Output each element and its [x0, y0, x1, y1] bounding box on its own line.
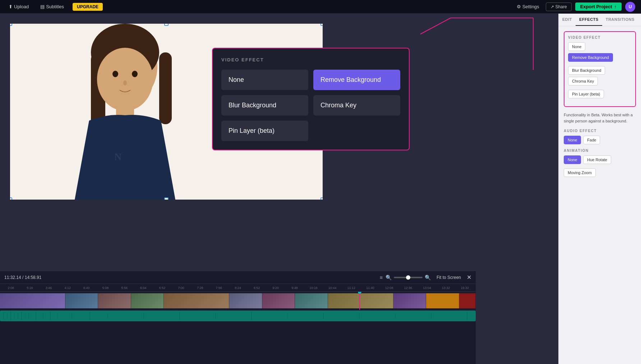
effect-remove-bg-button[interactable]: Remove Background [313, 70, 400, 90]
ve-blur-bg-button[interactable]: Blur Background [568, 66, 605, 75]
ruler-mark: 10:44 [323, 286, 342, 290]
playhead[interactable] [359, 292, 360, 310]
right-panel: EDIT EFFECTS TRANSITIONS TIMING VIDEO EF… [558, 14, 641, 364]
zoom-out-icon[interactable]: 🔍 [386, 275, 392, 280]
thumb-seg [98, 293, 131, 308]
ae-fade-button[interactable]: Fade [583, 136, 600, 144]
tab-transitions[interactable]: TRANSITIONS [602, 14, 638, 26]
close-timeline-button[interactable]: ✕ [467, 274, 471, 281]
share-button[interactable]: ↗ Share [546, 3, 572, 11]
main-area: N VIDEO EFFECT None Remove Background Bl… [0, 14, 641, 364]
handle-top-right[interactable] [320, 24, 323, 26]
video-effect-section: VIDEO EFFECT None Remove Background Blur… [564, 31, 636, 107]
panel-description: Functionality in Beta. Works best with a… [564, 112, 636, 124]
handle-bottom-mid[interactable] [164, 197, 169, 200]
anim-moving-zoom-button[interactable]: Moving Zoom [564, 168, 596, 177]
export-icon: ↑ [614, 4, 617, 9]
timeline-timestamp: 11:32.14 / 14:58.91 [4, 275, 41, 280]
effect-pin-layer-button[interactable]: Pin Layer (beta) [221, 121, 308, 141]
upload-button[interactable]: ⬆ Upload [6, 3, 32, 11]
timeline-ruler: 2:08 5:16 3:46 4:12 6:40 5:08 5:56 6:04 … [0, 284, 476, 292]
thumb-seg [131, 293, 164, 308]
tab-edit[interactable]: EDIT [559, 14, 576, 26]
ruler-mark: 12:08 [380, 286, 399, 290]
ae-none-button[interactable]: None [564, 136, 581, 144]
fit-screen-button[interactable]: Fit to Screen [434, 274, 464, 281]
zoom-thumb [406, 275, 410, 280]
svg-point-5 [97, 48, 153, 111]
svg-point-7 [132, 71, 138, 77]
thumb-seg [65, 293, 98, 308]
popup-title: VIDEO EFFECT [221, 57, 400, 62]
svg-rect-11 [0, 311, 476, 321]
ruler-mark: 13:32 [437, 286, 456, 290]
settings-button[interactable]: ⚙ Settings [514, 3, 542, 11]
timeline-area: 11:32.14 / 14:58.91 ≡ 🔍 🔍 Fit to Screen … [0, 271, 476, 364]
ruler-mark: 8:24 [229, 286, 248, 290]
video-effect-popup: VIDEO EFFECT None Remove Background Blur… [212, 48, 410, 150]
thumb-seg [164, 293, 229, 308]
subtitles-button[interactable]: ▤ Subtitles [37, 3, 67, 11]
ve-pin-layer-button[interactable]: Pin Layer (beta) [568, 90, 604, 98]
tab-timing[interactable]: TIMING [638, 14, 641, 26]
top-bar-right: ⚙ Settings ↗ Share Export Project ↑ U [514, 2, 635, 12]
anim-hue-rotate-button[interactable]: Hue Rotate [583, 155, 611, 164]
top-bar-left: ⬆ Upload ▤ Subtitles UPGRADE [6, 3, 103, 11]
svg-point-6 [112, 71, 118, 77]
panel-tabs: EDIT EFFECTS TRANSITIONS TIMING [559, 14, 641, 26]
ruler-mark: 5:08 [96, 286, 115, 290]
effect-blur-bg-button[interactable]: Blur Background [221, 95, 308, 116]
ruler-mark: 9:20 [266, 286, 285, 290]
ruler-mark: 9:48 [285, 286, 304, 290]
ruler-mark: 12:36 [398, 286, 418, 290]
effect-none-button[interactable]: None [221, 70, 308, 90]
handle-bottom-left[interactable] [10, 197, 12, 200]
svg-text:N: N [114, 151, 121, 162]
video-effect-buttons-row3: Pin Layer (beta) [568, 90, 632, 98]
animation-buttons-row2: Moving Zoom [564, 168, 636, 177]
svg-point-8 [123, 80, 127, 85]
ruler-mark: 4:12 [58, 286, 77, 290]
audio-track [0, 311, 476, 321]
ruler-marks: 2:08 5:16 3:46 4:12 6:40 5:08 5:56 6:04 … [1, 286, 474, 290]
gear-icon: ⚙ [517, 4, 521, 9]
ve-remove-bg-button[interactable]: Remove Background [568, 53, 613, 62]
zoom-in-icon[interactable]: 🔍 [425, 275, 431, 280]
ruler-mark: 7:00 [172, 286, 191, 290]
effect-grid: None Remove Background Blur Background C… [221, 70, 400, 141]
stacked-lines-icon: ≡ [380, 275, 383, 280]
timeline-controls: ≡ 🔍 🔍 Fit to Screen ✕ [380, 274, 471, 281]
export-button[interactable]: Export Project ↑ [575, 3, 622, 11]
effect-chroma-key-button[interactable]: Chroma Key [313, 95, 400, 116]
share-icon: ↗ [550, 4, 554, 9]
zoom-slider[interactable] [394, 277, 423, 278]
upload-icon: ⬆ [9, 4, 13, 9]
ruler-mark: 6:04 [134, 286, 153, 290]
subtitles-icon: ▤ [40, 4, 45, 9]
ruler-mark: 7:56 [209, 286, 229, 290]
ruler-mark: 5:56 [115, 286, 134, 290]
thumb-seg [393, 293, 426, 308]
timeline-header: 11:32.14 / 14:58.91 ≡ 🔍 🔍 Fit to Screen … [0, 271, 476, 284]
upgrade-button[interactable]: UPGRADE [73, 3, 103, 11]
ruler-mark: 5:16 [20, 286, 40, 290]
ruler-mark: 11:40 [361, 286, 380, 290]
video-effect-title: VIDEO EFFECT [568, 36, 632, 39]
audio-effect-title: AUDIO EFFECT [564, 129, 636, 133]
audio-effect-section: AUDIO EFFECT None Fade [564, 129, 636, 144]
ve-chroma-key-button[interactable]: Chroma Key [568, 77, 598, 85]
ruler-mark: 15:32 [455, 286, 474, 290]
ve-none-button[interactable]: None [568, 42, 585, 51]
ruler-mark: 11:12 [342, 286, 361, 290]
anim-none-button[interactable]: None [564, 155, 581, 164]
handle-top-mid[interactable] [164, 24, 169, 26]
avatar[interactable]: U [625, 2, 635, 12]
handle-bottom-right[interactable] [320, 197, 323, 200]
svg-rect-4 [159, 52, 172, 124]
video-effect-buttons: None Remove Background [568, 42, 632, 62]
track-thumbnails [0, 293, 476, 308]
thumb-seg-red [459, 293, 476, 308]
thumb-seg [295, 293, 328, 308]
handle-top-left[interactable] [10, 24, 12, 26]
tab-effects[interactable]: EFFECTS [576, 14, 602, 26]
